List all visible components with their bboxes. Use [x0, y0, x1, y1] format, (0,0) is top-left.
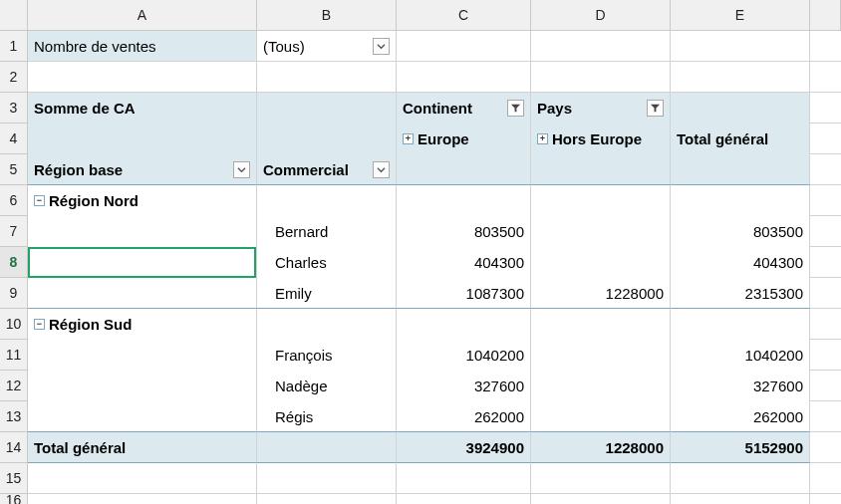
row-header-1[interactable]: 1 [0, 31, 28, 62]
row-header-9[interactable]: 9 [0, 278, 28, 309]
cell-f12[interactable] [810, 371, 841, 401]
cell-e3[interactable] [671, 93, 810, 124]
cell-b2[interactable] [257, 62, 397, 93]
cell-f16[interactable] [810, 494, 841, 504]
cell-b11[interactable]: François [257, 340, 397, 371]
cell-d2[interactable] [531, 62, 671, 93]
cell-e11[interactable]: 1040200 [671, 340, 810, 371]
cell-b9[interactable]: Emily [257, 278, 397, 309]
cell-c14[interactable]: 3924900 [397, 432, 531, 463]
row-header-3[interactable]: 3 [0, 93, 28, 124]
cell-f7[interactable] [810, 216, 841, 247]
filter-dropdown[interactable] [373, 38, 390, 55]
cell-d10[interactable] [531, 309, 671, 340]
cell-b14[interactable] [257, 432, 397, 463]
cell-e14[interactable]: 5152900 [671, 432, 810, 463]
col-header-c[interactable]: C [397, 0, 531, 31]
cell-b1[interactable]: (Tous) [257, 31, 397, 62]
cell-e8[interactable]: 404300 [671, 247, 810, 278]
row-header-5[interactable]: 5 [0, 154, 28, 185]
cell-a11[interactable] [28, 340, 257, 371]
cell-f6[interactable] [810, 185, 841, 216]
row-header-14[interactable]: 14 [0, 432, 28, 463]
cell-c9[interactable]: 1087300 [397, 278, 531, 309]
cell-f9[interactable] [810, 278, 841, 309]
cell-d5[interactable] [531, 154, 671, 185]
cell-e16[interactable] [671, 494, 810, 504]
cell-b10[interactable] [257, 309, 397, 340]
cell-d1[interactable] [531, 31, 671, 62]
cell-a8[interactable] [28, 247, 257, 278]
cell-c3[interactable]: Continent [397, 93, 531, 124]
collapse-region-nord-button[interactable]: − [34, 195, 45, 206]
cell-c16[interactable] [397, 494, 531, 504]
cell-f15[interactable] [810, 463, 841, 494]
cell-b5[interactable]: Commercial [257, 154, 397, 185]
row-header-13[interactable]: 13 [0, 401, 28, 432]
cell-e5[interactable] [671, 154, 810, 185]
cell-a15[interactable] [28, 463, 257, 494]
cell-a5[interactable]: Région base [28, 154, 257, 185]
select-all-corner[interactable] [0, 0, 28, 31]
cell-a6[interactable]: − Région Nord [28, 185, 257, 216]
cell-e2[interactable] [671, 62, 810, 93]
cell-d4[interactable]: + Hors Europe [531, 124, 671, 154]
col-header-d[interactable]: D [531, 0, 671, 31]
cell-d16[interactable] [531, 494, 671, 504]
pays-filter-dropdown[interactable] [647, 100, 664, 117]
cell-c10[interactable] [397, 309, 531, 340]
cell-f2[interactable] [810, 62, 841, 93]
cell-f14[interactable] [810, 432, 841, 463]
row-header-11[interactable]: 11 [0, 340, 28, 371]
cell-a14[interactable]: Total général [28, 432, 257, 463]
cell-d15[interactable] [531, 463, 671, 494]
cell-b8[interactable]: Charles [257, 247, 397, 278]
cell-b12[interactable]: Nadège [257, 371, 397, 401]
cell-d3[interactable]: Pays [531, 93, 671, 124]
cell-a9[interactable] [28, 278, 257, 309]
cell-d14[interactable]: 1228000 [531, 432, 671, 463]
cell-e6[interactable] [671, 185, 810, 216]
col-header-extra[interactable] [810, 0, 841, 31]
col-header-a[interactable]: A [28, 0, 257, 31]
cell-a3[interactable]: Somme de CA [28, 93, 257, 124]
cell-c11[interactable]: 1040200 [397, 340, 531, 371]
cell-c12[interactable]: 327600 [397, 371, 531, 401]
cell-d9[interactable]: 1228000 [531, 278, 671, 309]
cell-c13[interactable]: 262000 [397, 401, 531, 432]
cell-d11[interactable] [531, 340, 671, 371]
cell-f3[interactable] [810, 93, 841, 124]
row-header-16[interactable]: 16 [0, 494, 28, 504]
expand-europe-button[interactable]: + [403, 133, 414, 144]
cell-a2[interactable] [28, 62, 257, 93]
cell-a12[interactable] [28, 371, 257, 401]
cell-f5[interactable] [810, 154, 841, 185]
collapse-region-sud-button[interactable]: − [34, 319, 45, 330]
cell-b16[interactable] [257, 494, 397, 504]
cell-f1[interactable] [810, 31, 841, 62]
cell-e15[interactable] [671, 463, 810, 494]
cell-c5[interactable] [397, 154, 531, 185]
row-header-6[interactable]: 6 [0, 185, 28, 216]
commercial-dropdown[interactable] [373, 161, 390, 178]
cell-a1[interactable]: Nombre de ventes [28, 31, 257, 62]
cell-c6[interactable] [397, 185, 531, 216]
cell-d6[interactable] [531, 185, 671, 216]
cell-e13[interactable]: 262000 [671, 401, 810, 432]
col-header-e[interactable]: E [671, 0, 810, 31]
row-header-7[interactable]: 7 [0, 216, 28, 247]
cell-c4[interactable]: + Europe [397, 124, 531, 154]
cell-f13[interactable] [810, 401, 841, 432]
cell-e7[interactable]: 803500 [671, 216, 810, 247]
col-header-b[interactable]: B [257, 0, 397, 31]
row-header-15[interactable]: 15 [0, 463, 28, 494]
row-header-8[interactable]: 8 [0, 247, 28, 278]
row-header-2[interactable]: 2 [0, 62, 28, 93]
cell-a13[interactable] [28, 401, 257, 432]
cell-d13[interactable] [531, 401, 671, 432]
cell-a7[interactable] [28, 216, 257, 247]
continent-filter-dropdown[interactable] [507, 100, 524, 117]
cell-f8[interactable] [810, 247, 841, 278]
cell-c2[interactable] [397, 62, 531, 93]
cell-a4[interactable] [28, 124, 257, 154]
